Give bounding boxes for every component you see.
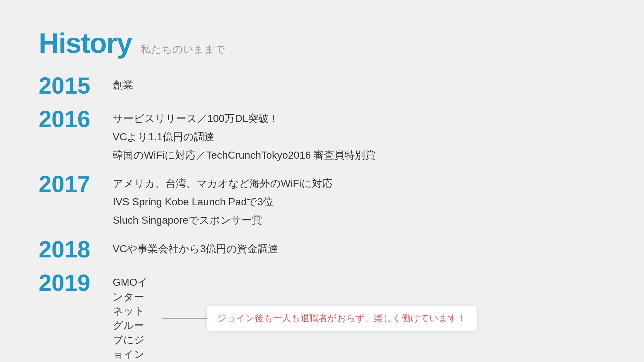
event-text: GMOインターネットグループにジョイン <box>113 275 154 362</box>
events-list: GMOインターネットグループにジョインジョイン後も一人も退職者がおらず、楽しく働… <box>113 274 477 362</box>
events-list: 創業 <box>113 77 133 92</box>
event-text: IVS Spring Kobe Launch Padで3位 <box>113 195 333 209</box>
events-list: サービスリリース／100万DL突破！VCより1.1億円の調達韓国のWiFiに対応… <box>113 110 375 162</box>
timeline-row: 2017アメリカ、台湾、マカオなど海外のWiFiに対応IVS Spring Ko… <box>39 175 477 227</box>
event-text: 創業 <box>113 78 133 92</box>
tooltip-row: GMOインターネットグループにジョインジョイン後も一人も退職者がおらず、楽しく働… <box>113 275 477 362</box>
timeline-row: 2019GMOインターネットグループにジョインジョイン後も一人も退職者がおらず、… <box>39 274 477 362</box>
heading-row: History 私たちのいままで <box>39 29 477 57</box>
timeline-row: 2016サービスリリース／100万DL突破！VCより1.1億円の調達韓国のWiF… <box>39 110 477 162</box>
events-list: VCや事業会社から3億円の資金調達 <box>113 240 278 256</box>
event-text: VCや事業会社から3億円の資金調達 <box>113 242 278 256</box>
timeline-row: 2018VCや事業会社から3億円の資金調達 <box>39 240 477 261</box>
timeline-row: 2015創業 <box>39 77 477 97</box>
page-subtitle: 私たちのいままで <box>141 42 225 57</box>
event-text: 韓国のWiFiに対応／TechCrunchTokyo2016 審査員特別賞 <box>113 148 375 162</box>
page-container: History 私たちのいままで 2015創業2016サービスリリース／100万… <box>0 0 515 362</box>
year-label: 2015 <box>39 74 113 97</box>
tooltip-line <box>162 318 207 319</box>
event-text: アメリカ、台湾、マカオなど海外のWiFiに対応 <box>113 176 333 191</box>
year-label: 2018 <box>39 238 113 261</box>
tooltip-box: ジョイン後も一人も退職者がおらず、楽しく働けています！ <box>207 306 477 331</box>
year-label: 2016 <box>39 107 113 131</box>
tooltip-text: ジョイン後も一人も退職者がおらず、楽しく働けています！ <box>217 313 466 323</box>
events-list: アメリカ、台湾、マカオなど海外のWiFiに対応IVS Spring Kobe L… <box>113 175 333 227</box>
event-text: Sluch Singaporeでスポンサー賞 <box>113 213 333 227</box>
event-text: サービスリリース／100万DL突破！ <box>113 111 375 126</box>
page-title: History <box>39 29 132 57</box>
event-text: VCより1.1億円の調達 <box>113 130 375 144</box>
year-label: 2017 <box>39 172 113 196</box>
year-label: 2019 <box>39 271 113 294</box>
timeline: 2015創業2016サービスリリース／100万DL突破！VCより1.1億円の調達… <box>39 77 477 362</box>
